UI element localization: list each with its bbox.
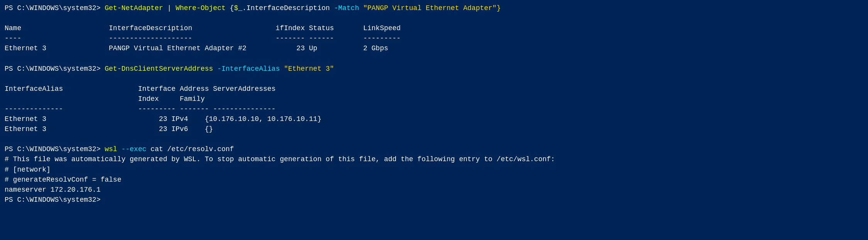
text-segment: PS C:\WINDOWS\system32>: [5, 4, 105, 12]
text-segment: PS C:\WINDOWS\system32>: [5, 196, 105, 204]
text-segment: Where-Object: [176, 4, 226, 12]
comment3: # generateResolvConf = false: [5, 175, 863, 185]
text-segment: -------------- --------- ------- -------…: [5, 105, 276, 113]
text-segment: Name InterfaceDescription ifIndex Status…: [5, 24, 401, 32]
text-segment: [117, 145, 122, 153]
text-segment: Get-NetAdapter: [105, 4, 163, 12]
comment1: # This file was automatically generated …: [5, 154, 863, 164]
text-segment: cat /etc/resolv.conf: [146, 145, 234, 153]
prompt_end: PS C:\WINDOWS\system32>: [5, 195, 863, 205]
text-segment: {: [226, 4, 234, 12]
text-segment: # generateResolvConf = false: [5, 176, 121, 184]
row2a: Ethernet 3 23 IPv4 {10.176.10.10, 10.176…: [5, 114, 863, 124]
header1: Name InterfaceDescription ifIndex Status…: [5, 23, 863, 33]
text-segment: Get-DnsClientServerAddress: [105, 65, 213, 73]
cmd3: PS C:\WINDOWS\system32> wsl --exec cat /…: [5, 144, 863, 154]
comment2: # [network]: [5, 165, 863, 175]
blank-line: [5, 134, 863, 144]
text-segment: -Match: [334, 4, 359, 12]
text-segment: # [network]: [5, 166, 51, 174]
text-segment: [213, 65, 217, 73]
text-segment: Ethernet 3 PANGP Virtual Ethernet Adapte…: [5, 44, 388, 52]
text-segment: ---- -------------------- ------- ------…: [5, 34, 401, 42]
nameserver: nameserver 172.20.176.1: [5, 185, 863, 195]
cmd2: PS C:\WINDOWS\system32> Get-DnsClientSer…: [5, 64, 863, 74]
text-segment: Index Family: [5, 95, 205, 103]
text-segment: "Ethernet 3": [280, 65, 334, 73]
header2b: Index Family: [5, 94, 863, 104]
text-segment: -InterfaceAlias: [217, 65, 280, 73]
text-segment: wsl: [105, 145, 117, 153]
text-segment: PS C:\WINDOWS\system32>: [5, 145, 105, 153]
text-segment: Ethernet 3 23 IPv6 {}: [5, 125, 213, 133]
text-segment: --exec: [121, 145, 146, 153]
text-segment: $_: [234, 4, 242, 12]
blank-line: [5, 53, 863, 63]
cmd1: PS C:\WINDOWS\system32> Get-NetAdapter |…: [5, 3, 863, 13]
header2a: InterfaceAlias Interface Address ServerA…: [5, 84, 863, 94]
text-segment: # This file was automatically generated …: [5, 155, 555, 163]
text-segment: nameserver 172.20.176.1: [5, 186, 100, 194]
text-segment: PS C:\WINDOWS\system32>: [5, 65, 105, 73]
text-segment: .InterfaceDescription: [242, 4, 334, 12]
text-segment: |: [163, 4, 175, 12]
text-segment: InterfaceAlias Interface Address ServerA…: [5, 85, 276, 93]
row2b: Ethernet 3 23 IPv6 {}: [5, 124, 863, 134]
terminal-window: PS C:\WINDOWS\system32> Get-NetAdapter |…: [5, 3, 863, 205]
sep2: -------------- --------- ------- -------…: [5, 104, 863, 114]
text-segment: "PANGP Virtual Ethernet Adapter"}: [359, 4, 501, 12]
sep1: ---- -------------------- ------- ------…: [5, 33, 863, 43]
row1: Ethernet 3 PANGP Virtual Ethernet Adapte…: [5, 43, 863, 53]
text-segment: Ethernet 3 23 IPv4 {10.176.10.10, 10.176…: [5, 115, 321, 123]
blank-line: [5, 13, 863, 23]
blank-line: [5, 74, 863, 84]
